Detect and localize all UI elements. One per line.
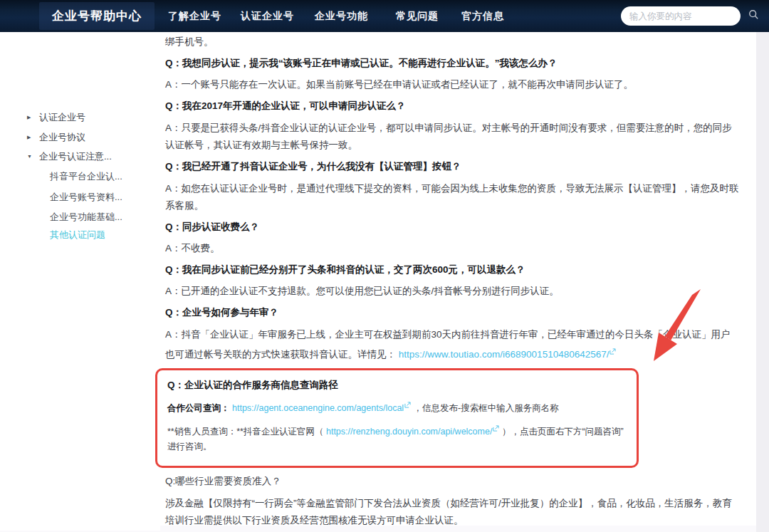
sidebar-item-label: 企业号认证注意...	[39, 149, 112, 165]
faq-answer: A：不收费。	[165, 241, 739, 256]
faq-question: Q：企业号如何参与年审？	[165, 305, 739, 320]
search-icon[interactable]	[748, 9, 759, 23]
sales-query-line: **销售人员查询：**抖音企业认证官网（ https://renzheng.do…	[167, 422, 628, 454]
faq-question: Q：我想同步认证，提示我“该账号正在申请或已认证。不能再进行企业认证。”我该怎么…	[165, 56, 739, 71]
faq-question: Q：我在2017年开通的企业认证，可以申请同步认证么？	[165, 98, 739, 113]
scrollbar-track[interactable]	[756, 32, 769, 532]
toutiao-link[interactable]: https://www.toutiao.com/i668900151048064…	[399, 349, 610, 360]
external-link-icon	[610, 343, 616, 360]
faq-question: Q：企业认证的合作服务商信息查询路径	[167, 377, 628, 392]
chevron-right-icon: ▶	[27, 130, 31, 145]
nav-item-faq[interactable]: 常见问题	[396, 0, 439, 32]
sidebar-item-label: 企业号功能基础...	[50, 209, 122, 225]
partner-query-suffix: ，信息发布-搜索框中输入服务商名称	[414, 403, 559, 413]
page: 企业号帮助中心 了解企业号 认证企业号 企业号功能 常见问题 官方信息 ▶ 认证…	[0, 0, 769, 532]
top-navbar: 企业号帮助中心 了解企业号 认证企业号 企业号功能 常见问题 官方信息	[0, 0, 769, 32]
partner-query-label: 合作公司查询：	[167, 403, 230, 413]
nav-item-features[interactable]: 企业号功能	[315, 0, 368, 32]
highlighted-faq-box: Q：企业认证的合作服务商信息查询路径 合作公司查询： https://agent…	[155, 368, 639, 468]
sidebar-subitem-douyin-platform[interactable]: 抖音平台企业认...	[0, 169, 160, 184]
sidebar-item-label-active: 其他认证问题	[50, 227, 105, 243]
faq-answer: A：一个账号只能存在一次认证。如果当前账号已经在申请认证或者已经认证了，就不能再…	[165, 77, 739, 92]
sidebar-item-label: 企业号账号资料...	[50, 189, 122, 205]
faq-answer: A：如您在认证认证企业号时，是通过代理线下提交的资料，可能会因为线上未收集您的资…	[165, 180, 739, 214]
external-link-icon	[404, 398, 411, 413]
sidebar-subitem-feature-basics[interactable]: 企业号功能基础...	[0, 209, 160, 225]
external-link-icon	[493, 422, 499, 437]
faq-question: Q：我在同步认证前已经分别开了头条和抖音的认证，交了两次600元，可以退款么？	[165, 262, 739, 277]
renzheng-douyin-link[interactable]: https://renzheng.douyin.com/api/welcome/	[326, 427, 492, 437]
sidebar-item-label: 抖音平台企业认...	[50, 169, 122, 184]
nav-item-official[interactable]: 官方信息	[461, 0, 504, 32]
faq-question-plain: Q:哪些行业需要资质准入？	[165, 474, 739, 489]
faq-question: Q：同步认证收费么？	[165, 219, 739, 234]
sidebar-item-label: 认证企业号	[39, 110, 85, 125]
partner-query-line: 合作公司查询： https://agent.oceanengine.com/ag…	[167, 398, 628, 416]
chevron-down-icon: ▼	[27, 149, 32, 165]
search-input[interactable]	[628, 11, 746, 22]
paragraph-lead: 绑手机号。	[165, 34, 739, 49]
sidebar-item-agreement[interactable]: ▶ 企业号协议	[0, 130, 160, 145]
chevron-right-icon: ▶	[27, 110, 31, 125]
sidebar-item-label: 企业号协议	[39, 130, 85, 145]
faq-answer: 涉及金融【仅限持有“一行两会”等金融监管部门下发合法从业资质（如经营许可/开业批…	[165, 495, 739, 529]
search-box[interactable]	[621, 6, 741, 26]
sidebar-item-certify-account[interactable]: ▶ 认证企业号	[0, 110, 160, 125]
faq-question: Q：我已经开通了抖音认证企业号，为什么我没有【认证管理】按钮？	[165, 159, 739, 174]
oceanengine-agents-link[interactable]: https://agent.oceanengine.com/agents/loc…	[232, 403, 404, 413]
nav-item-certify[interactable]: 认证企业号	[241, 0, 294, 32]
sidebar-subitem-account-info[interactable]: 企业号账号资料...	[0, 189, 160, 205]
sidebar-subitem-other-questions[interactable]: 其他认证问题	[0, 227, 160, 243]
faq-answer: A：只要是已获得头条/抖音企业认证的认证企业号，都可以申请同步认证。对主帐号的开…	[165, 120, 739, 154]
nav-item-about[interactable]: 了解企业号	[168, 0, 221, 32]
app-logo[interactable]: 企业号帮助中心	[39, 2, 155, 30]
faq-answer-with-link: A：抖音「企业认证」年审服务已上线，企业主可在权益到期前30天内前往抖音进行年审…	[165, 326, 739, 363]
sidebar-item-certify-notes[interactable]: ▼ 企业号认证注意...	[0, 149, 160, 165]
faq-content: 绑手机号。 Q：我想同步认证，提示我“该账号正在申请或已认证。不能再进行企业认证…	[165, 34, 739, 532]
faq-answer: A：已开通的企业认证不支持退款。您可以使用您已认证的头条/抖音帐号分别进行同步认…	[165, 283, 739, 298]
sidebar-nav: ▶ 认证企业号 ▶ 企业号协议 ▼ 企业号认证注意... 抖音平台企业认... …	[0, 32, 160, 531]
sales-query-prefix: **销售人员查询：**抖音企业认证官网（	[167, 427, 323, 437]
